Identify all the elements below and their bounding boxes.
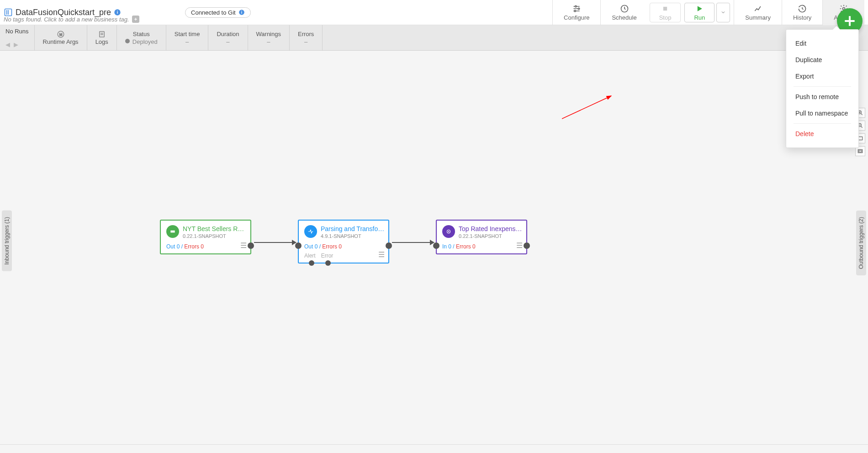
status-value: Deployed xyxy=(132,38,158,45)
stop-button: Stop xyxy=(650,3,681,22)
sliders-icon xyxy=(572,4,581,13)
run-dropdown-caret[interactable] xyxy=(716,3,730,22)
status-cell-errors: Errors – xyxy=(290,25,323,50)
runs-nav: No Runs ◀ ▶ xyxy=(0,25,35,50)
alert-port-label: Alert xyxy=(304,253,316,259)
schedule-label: Schedule xyxy=(612,14,636,21)
no-runs-label: No Runs xyxy=(5,28,29,35)
dropdown-duplicate[interactable]: Duplicate xyxy=(786,52,858,68)
tags-placeholder-text[interactable]: No tags found. Click to add a new busine… xyxy=(4,16,129,23)
info-icon: i xyxy=(238,9,245,16)
dropdown-export[interactable]: Export xyxy=(786,68,858,84)
err-stat: Errors 0 xyxy=(456,243,476,250)
inbound-triggers-tab[interactable]: Inbound triggers (1) xyxy=(2,211,12,271)
svg-rect-18 xyxy=(859,150,862,152)
err-stat: Errors 0 xyxy=(322,243,342,250)
dropdown-separator xyxy=(794,123,851,124)
node-title: Top Rated Inexpensi… xyxy=(459,225,523,232)
caret-down-icon xyxy=(720,10,726,15)
outbound-triggers-label: Outbound triggers (2) xyxy=(858,217,864,269)
plus-icon xyxy=(842,14,857,28)
input-port[interactable] xyxy=(433,242,439,249)
run-label: Run xyxy=(694,14,705,21)
tags-row: No tags found. Click to add a new busine… xyxy=(4,16,139,23)
output-port[interactable] xyxy=(248,242,254,249)
node-stats: Out 0 / Errors 0 xyxy=(166,243,245,250)
svg-text:M: M xyxy=(59,32,62,37)
git-status-text: Connected to Git xyxy=(191,9,236,16)
node-version: 0.22.1-SNAPSHOT xyxy=(459,233,523,239)
out-stat: Out 0 / xyxy=(166,243,184,250)
runtime-args-button[interactable]: M Runtime Args xyxy=(35,25,87,50)
errors-value: – xyxy=(304,38,307,45)
status-cell-warnings: Warnings – xyxy=(248,25,290,50)
add-tag-button[interactable] xyxy=(132,16,139,23)
svg-point-5 xyxy=(575,5,577,7)
output-port[interactable] xyxy=(386,242,392,249)
logs-icon xyxy=(98,30,106,38)
logs-label: Logs xyxy=(95,38,108,45)
output-port[interactable] xyxy=(524,242,530,249)
summary-button[interactable]: Summary xyxy=(734,0,782,25)
transform-icon xyxy=(304,225,317,238)
in-stat: In 0 / xyxy=(442,243,456,250)
play-icon xyxy=(695,4,704,13)
inbound-triggers-label: Inbound triggers (1) xyxy=(4,217,10,265)
prev-run-button[interactable]: ◀ xyxy=(5,41,10,48)
errors-label: Errors xyxy=(298,31,314,37)
svg-text:i: i xyxy=(241,11,242,15)
footer-divider xyxy=(0,444,868,445)
pipeline-node-source[interactable]: NYT Best Sellers Ra… 0.22.1-SNAPSHOT Out… xyxy=(160,220,251,254)
git-status-pill[interactable]: Connected to Git i xyxy=(185,7,251,18)
start-time-label: Start time xyxy=(175,31,200,37)
start-time-value: – xyxy=(185,38,189,45)
svg-point-6 xyxy=(578,8,580,9)
svg-point-7 xyxy=(574,10,576,11)
schedule-button[interactable]: Schedule xyxy=(600,0,647,25)
error-port[interactable] xyxy=(325,260,331,266)
dropdown-pull-to-namespace[interactable]: Pull to namespace xyxy=(786,105,858,121)
runtime-args-icon: M xyxy=(57,30,65,38)
logs-button[interactable]: Logs xyxy=(87,25,117,50)
outbound-triggers-tab[interactable]: Outbound triggers (2) xyxy=(856,211,866,275)
align-icon xyxy=(857,148,863,154)
alert-port[interactable] xyxy=(309,260,314,266)
node-stats: Out 0 / Errors 0 xyxy=(304,243,383,250)
input-port[interactable] xyxy=(295,242,302,249)
dropdown-push-to-remote[interactable]: Push to remote xyxy=(786,89,858,105)
error-port-label: Error xyxy=(321,253,333,259)
pipeline-node-sink[interactable]: Top Rated Inexpensi… 0.22.1-SNAPSHOT In … xyxy=(436,220,527,254)
status-cell-status: Status Deployed xyxy=(117,25,166,50)
connector-1-2 xyxy=(254,242,296,243)
dropdown-delete[interactable]: Delete xyxy=(786,126,858,142)
actions-dropdown: Edit Duplicate Export Push to remote Pul… xyxy=(786,29,859,148)
info-icon[interactable]: i xyxy=(114,9,121,16)
dropdown-edit[interactable]: Edit xyxy=(786,35,858,52)
run-button[interactable]: Run xyxy=(684,3,715,22)
pipeline-node-transform[interactable]: Parsing and Transfo… 4.9.1-SNAPSHOT Out … xyxy=(298,220,389,263)
history-icon xyxy=(798,4,807,13)
history-button[interactable]: History xyxy=(782,0,822,25)
runtime-args-label: Runtime Args xyxy=(43,38,79,45)
duration-label: Duration xyxy=(217,31,239,37)
pipeline-canvas[interactable]: Inbound triggers (1) Outbound triggers (… xyxy=(0,51,868,444)
dropdown-separator xyxy=(794,86,851,87)
warnings-label: Warnings xyxy=(256,31,281,37)
sub-port-labels: Alert Error xyxy=(304,253,383,259)
node-title: NYT Best Sellers Ra… xyxy=(183,225,247,232)
source-icon xyxy=(166,225,179,238)
chart-icon xyxy=(753,4,762,13)
status-cell-start-time: Start time – xyxy=(166,25,209,50)
node-menu-button[interactable]: ☰ xyxy=(516,241,523,250)
node-stats: In 0 / Errors 0 xyxy=(442,243,521,250)
node-menu-button[interactable]: ☰ xyxy=(240,241,247,250)
node-version: 4.9.1-SNAPSHOT xyxy=(321,233,384,239)
status-cell-duration: Duration – xyxy=(208,25,248,50)
node-menu-button[interactable]: ☰ xyxy=(378,250,385,259)
next-run-button[interactable]: ▶ xyxy=(14,41,18,48)
clock-icon xyxy=(620,4,629,13)
duration-value: – xyxy=(226,38,229,45)
err-stat: Errors 0 xyxy=(184,243,204,250)
out-stat: Out 0 / xyxy=(304,243,322,250)
configure-button[interactable]: Configure xyxy=(552,0,600,25)
